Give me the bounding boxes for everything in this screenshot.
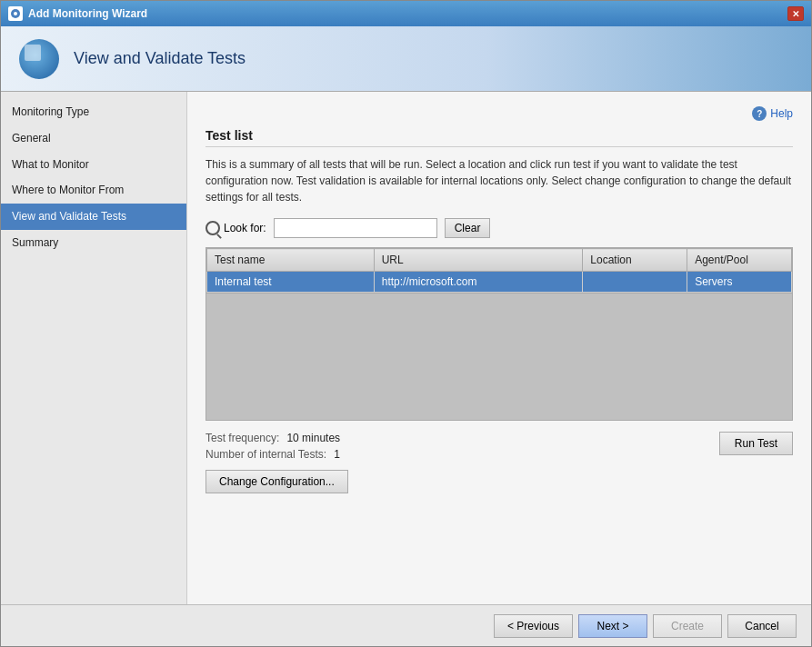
test-url-link[interactable]: http://microsoft.com bbox=[382, 275, 477, 288]
header-icon bbox=[19, 39, 59, 79]
window-title: Add Monitoring Wizard bbox=[28, 7, 147, 20]
section-title: Test list bbox=[206, 128, 793, 147]
stat-internal-tests-label: Number of internal Tests: bbox=[206, 448, 326, 461]
svg-point-1 bbox=[14, 12, 17, 15]
col-agent-pool: Agent/Pool bbox=[687, 249, 792, 272]
window-icon bbox=[8, 6, 23, 21]
search-icon bbox=[206, 221, 220, 235]
header-title: View and Validate Tests bbox=[74, 49, 246, 68]
description-text: This is a summary of all tests that will… bbox=[206, 156, 793, 205]
cell-url: http://microsoft.com bbox=[374, 272, 583, 293]
sidebar-item-summary[interactable]: Summary bbox=[1, 230, 186, 256]
previous-button[interactable]: < Previous bbox=[494, 614, 573, 638]
cell-test-name: Internal test bbox=[207, 272, 375, 293]
next-button[interactable]: Next > bbox=[578, 614, 647, 638]
stats-left: Test frequency: 10 minutes Number of int… bbox=[206, 432, 340, 461]
change-config-button[interactable]: Change Configuration... bbox=[206, 470, 348, 493]
stat-frequency-label: Test frequency: bbox=[206, 432, 279, 444]
sidebar-item-monitoring-type[interactable]: Monitoring Type bbox=[1, 99, 186, 125]
test-table: Test name URL Location Agent/Pool Intern… bbox=[206, 248, 792, 293]
clear-button[interactable]: Clear bbox=[445, 218, 491, 238]
table-empty-area bbox=[206, 293, 792, 420]
bottom-bar: < Previous Next > Create Cancel bbox=[1, 604, 811, 646]
sidebar-item-what-to-monitor[interactable]: What to Monitor bbox=[1, 152, 186, 178]
look-for-input[interactable] bbox=[274, 218, 437, 238]
change-config-row: Change Configuration... bbox=[206, 470, 793, 493]
help-label: Help bbox=[770, 107, 793, 120]
table-header-row: Test name URL Location Agent/Pool bbox=[207, 249, 792, 272]
main-area: Monitoring Type General What to Monitor … bbox=[1, 92, 811, 604]
help-link[interactable]: ? Help bbox=[752, 106, 793, 121]
sidebar-item-general[interactable]: General bbox=[1, 125, 186, 152]
help-row: ? Help bbox=[206, 106, 793, 121]
stat-frequency-value: 10 minutes bbox=[286, 432, 340, 444]
cell-location bbox=[583, 272, 687, 293]
stat-frequency: Test frequency: 10 minutes bbox=[206, 432, 340, 444]
sidebar-item-view-validate-tests[interactable]: View and Validate Tests bbox=[1, 204, 186, 230]
stat-internal-tests-value: 1 bbox=[334, 448, 340, 461]
sidebar: Monitoring Type General What to Monitor … bbox=[1, 92, 187, 604]
title-bar-left: Add Monitoring Wizard bbox=[8, 6, 147, 21]
main-window: Add Monitoring Wizard ✕ View and Validat… bbox=[0, 0, 812, 647]
table-row[interactable]: Internal test http://microsoft.com Serve… bbox=[207, 272, 792, 293]
col-url: URL bbox=[374, 249, 583, 272]
title-bar: Add Monitoring Wizard ✕ bbox=[1, 1, 811, 26]
test-table-wrapper: Test name URL Location Agent/Pool Intern… bbox=[206, 247, 793, 421]
stats-section: Test frequency: 10 minutes Number of int… bbox=[206, 432, 793, 461]
close-button[interactable]: ✕ bbox=[787, 6, 804, 21]
col-location: Location bbox=[583, 249, 687, 272]
sidebar-item-where-monitor-from[interactable]: Where to Monitor From bbox=[1, 177, 186, 204]
test-name-link[interactable]: Internal test bbox=[215, 275, 272, 288]
cell-agent-pool: Servers bbox=[687, 272, 792, 293]
run-test-button[interactable]: Run Test bbox=[719, 432, 793, 455]
cancel-button[interactable]: Cancel bbox=[727, 614, 797, 638]
look-for-label: Look for: bbox=[206, 221, 266, 235]
header-banner: View and Validate Tests bbox=[1, 26, 811, 92]
look-for-row: Look for: Clear bbox=[206, 218, 793, 238]
help-icon: ? bbox=[752, 106, 767, 121]
create-button[interactable]: Create bbox=[653, 614, 722, 638]
col-test-name: Test name bbox=[207, 249, 375, 272]
content-area: ? Help Test list This is a summary of al… bbox=[187, 92, 811, 604]
stat-internal-tests: Number of internal Tests: 1 bbox=[206, 448, 340, 461]
